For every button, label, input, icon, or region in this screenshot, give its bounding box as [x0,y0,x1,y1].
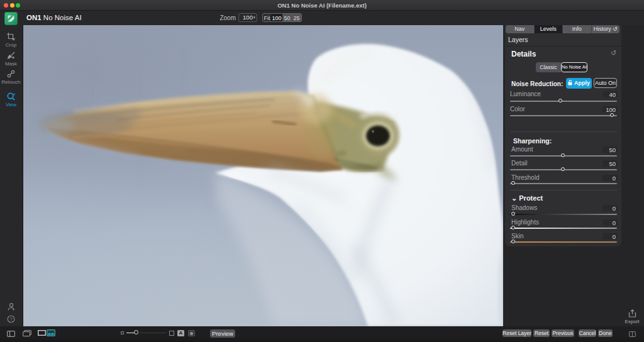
svg-text:?: ? [10,317,13,321]
